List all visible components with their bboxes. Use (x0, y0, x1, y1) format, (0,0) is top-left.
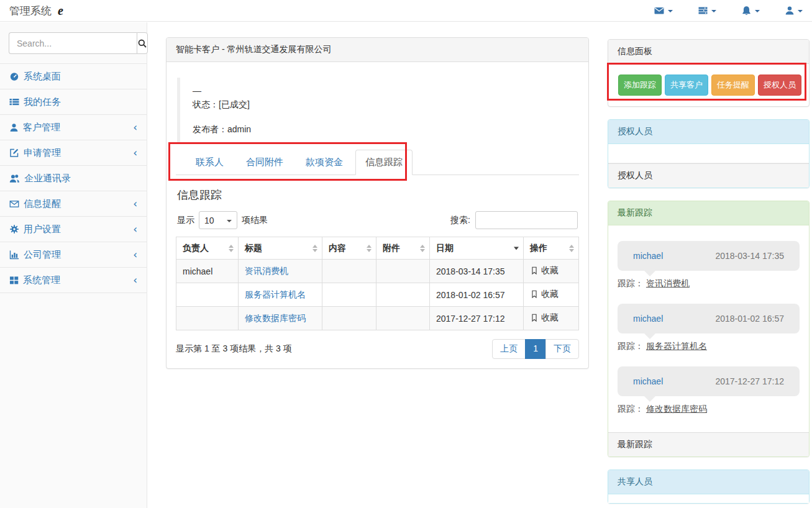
latest-panel-title: 最新跟踪 (608, 201, 809, 225)
table-controls: 显示 10 项结果 搜索: (177, 211, 578, 229)
sidebar-item-system-mgmt[interactable]: 系统管理 ‹ (0, 268, 147, 293)
tab-label[interactable]: 款项资金 (296, 150, 353, 175)
sidebar-item-message-reminder[interactable]: 信息提醒 ‹ (0, 191, 147, 217)
page-length-value: 10 (204, 215, 214, 225)
bubble-tail (644, 333, 655, 339)
authorized-panel-title: 授权人员 (608, 120, 809, 144)
user-link[interactable]: michael (633, 314, 663, 324)
tracking-label: 跟踪： (618, 341, 644, 351)
chevron-left-icon: ‹ (133, 122, 137, 133)
tracking-bubble: michael 2017-12-27 17:12 (618, 366, 800, 396)
task-reminder-button[interactable]: 任务提醒 (711, 75, 755, 96)
action-buttons: 添加跟踪 共享客户 任务提醒 授权人员 (608, 64, 809, 106)
bookmark-icon (530, 313, 539, 322)
shared-panel-title: 共享人员 (608, 470, 809, 494)
quote-status: 状态：[已成交] (193, 98, 567, 111)
sidebar-item-label: 系统管理 (23, 274, 60, 286)
tracking-title-link[interactable]: 修改数据库密码 (245, 313, 306, 323)
tab-label[interactable]: 联系人 (186, 150, 234, 175)
pagination-prev[interactable]: 上页 (492, 339, 526, 359)
tracking-link[interactable]: 资讯消费机 (646, 278, 690, 288)
sidebar-item-my-tasks[interactable]: 我的任务 (0, 89, 147, 115)
sidebar-item-label: 信息提醒 (24, 198, 61, 210)
search-icon (137, 39, 147, 48)
sidebar-item-company-mgmt[interactable]: 公司管理 ‹ (0, 242, 147, 268)
tab-label[interactable]: 合同附件 (236, 150, 293, 175)
user-link[interactable]: michael (633, 251, 663, 261)
col-date[interactable]: 日期 (430, 237, 524, 260)
length-prefix-label: 显示 (177, 215, 194, 226)
list-item: michael 2017-12-27 17:12 跟踪： 修改数据库密码 (618, 366, 800, 415)
col-owner[interactable]: 负责人 (176, 237, 239, 260)
tab-payment-funds[interactable]: 款项资金 (296, 150, 353, 175)
chevron-left-icon: ‹ (133, 199, 137, 209)
caret-down-icon (798, 10, 803, 12)
quote-dash: — (193, 84, 567, 98)
notifications-dropdown[interactable] (741, 3, 760, 19)
tracking-title-link[interactable]: 服务器计算机名 (245, 289, 306, 299)
caret-down-icon (668, 10, 673, 12)
bookmark-icon (530, 266, 539, 275)
gears-icon (9, 224, 19, 234)
page-length-select[interactable]: 10 (199, 211, 237, 229)
favorite-button[interactable]: 收藏 (530, 265, 559, 276)
navbar-actions (629, 3, 803, 19)
favorite-button[interactable]: 收藏 (530, 312, 559, 324)
sidebar-item-user-settings[interactable]: 用户设置 ‹ (0, 217, 147, 242)
search-input[interactable] (9, 32, 137, 54)
search-button[interactable] (137, 32, 148, 54)
sidebar-item-label: 我的任务 (24, 96, 61, 108)
user-dropdown[interactable] (785, 3, 803, 18)
col-content[interactable]: 内容 (322, 237, 376, 260)
caret-down-icon (711, 10, 716, 12)
bell-icon (741, 6, 752, 16)
tracking-link[interactable]: 服务器计算机名 (646, 341, 707, 351)
info-panel: 信息面板 添加跟踪 共享客户 任务提醒 授权人员 (608, 39, 810, 107)
sidebar-item-application-mgmt[interactable]: 申请管理 ‹ (0, 140, 147, 166)
sort-icon (569, 245, 574, 252)
latest-panel-footer: 最新跟踪 (608, 432, 809, 456)
bar-chart-icon (9, 250, 19, 260)
table-search-input[interactable] (475, 211, 578, 229)
chevron-left-icon: ‹ (133, 250, 137, 260)
authorized-panel: 授权人员 授权人员 (608, 119, 810, 188)
sidebar-item-system-desktop[interactable]: 系统桌面 (0, 64, 147, 89)
authorized-panel-footer: 授权人员 (608, 163, 809, 188)
user-icon (785, 6, 795, 16)
customer-detail-panel: 智能卡客户 - 常州轨道交通发展有限公司 — 状态：[已成交] 发布者：admi… (166, 37, 589, 369)
tracking-link[interactable]: 修改数据库密码 (646, 404, 707, 414)
authorized-staff-button[interactable]: 授权人员 (758, 75, 801, 96)
tab-contacts[interactable]: 联系人 (186, 150, 234, 175)
sidebar-item-label: 客户管理 (23, 122, 60, 134)
tracking-label: 跟踪： (618, 404, 644, 414)
col-title[interactable]: 标题 (239, 237, 322, 260)
pagination-next[interactable]: 下页 (545, 339, 579, 359)
tab-label[interactable]: 信息跟踪 (355, 150, 413, 175)
col-action[interactable]: 操作 (524, 237, 579, 260)
table-row: 修改数据库密码 2017-12-27 17:12 收藏 (176, 307, 579, 330)
sidebar-item-company-contacts[interactable]: 企业通讯录 (0, 166, 147, 191)
tab-info-tracking[interactable]: 信息跟踪 (355, 150, 413, 175)
chevron-left-icon: ‹ (133, 275, 137, 286)
sort-icon (420, 245, 425, 252)
tasks-dropdown[interactable] (698, 3, 716, 18)
col-attachment[interactable]: 附件 (376, 237, 430, 260)
share-customer-button[interactable]: 共享客户 (665, 75, 708, 96)
favorite-button[interactable]: 收藏 (530, 289, 559, 300)
user-link[interactable]: michael (633, 376, 663, 386)
ie-icon: e (58, 4, 63, 17)
sidebar-item-label: 申请管理 (24, 147, 61, 159)
sidebar-item-customer-mgmt[interactable]: 客户管理 ‹ (0, 115, 147, 140)
messages-dropdown[interactable] (654, 3, 673, 18)
tab-contract-attachments[interactable]: 合同附件 (236, 150, 293, 175)
length-suffix-label: 项结果 (242, 215, 268, 226)
timestamp: 2018-03-14 17:35 (715, 251, 784, 261)
tasks-icon (698, 6, 708, 16)
tracking-title-link[interactable]: 资讯消费机 (245, 266, 288, 276)
pagination-page-1[interactable]: 1 (525, 339, 546, 359)
list-item: michael 2018-01-02 16:57 跟踪： 服务器计算机名 (618, 304, 800, 352)
add-tracking-button[interactable]: 添加跟踪 (618, 75, 662, 96)
list-icon (9, 97, 19, 107)
table-header-row: 负责人 标题 内容 附件 日期 操作 (176, 237, 579, 260)
grid-icon (9, 276, 19, 285)
